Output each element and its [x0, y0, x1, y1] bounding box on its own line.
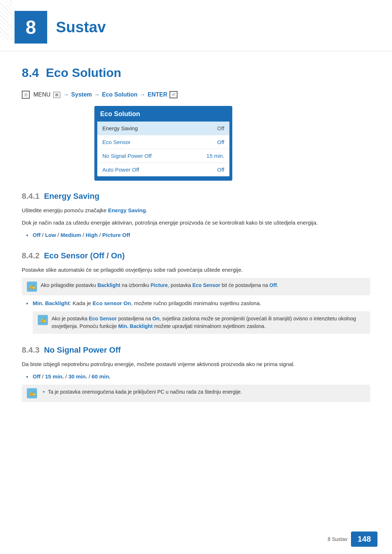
eco-panel-items: Energy Saving Off Eco Sensor Off No Sign… — [97, 122, 229, 176]
note-box-842-1: ✍ Ako prilagodite postavku Backlight na … — [22, 278, 370, 295]
note-inner-843: Ta je postavka onemogućena kada je prikl… — [48, 388, 242, 396]
arrow1: → — [63, 91, 69, 98]
item-name-no-signal: No Signal Power Off — [102, 153, 152, 159]
chapter-title: Sustav — [56, 19, 106, 36]
eco-item-eco-sensor[interactable]: Eco Sensor Off — [97, 135, 229, 149]
note-content-843: Ta je postavka onemogućena kada je prikl… — [41, 388, 242, 396]
system-label: System — [71, 91, 92, 98]
note-text-842-1: Ako prilagodite postavku Backlight na iz… — [41, 282, 278, 289]
enter-label: ENTER — [148, 91, 167, 98]
content-area: 8.4 Eco Solution ☷ MENU ⊞ → System → Eco… — [0, 66, 392, 402]
note-item-843: Ta je postavka onemogućena kada je prikl… — [48, 388, 242, 396]
footer-page-number: 148 — [351, 532, 377, 547]
eco-item-energy-saving[interactable]: Energy Saving Off — [97, 122, 229, 135]
bullet-list-841: Off / Low / Medium / High / Picture Off — [33, 231, 370, 239]
menu-label: MENU — [33, 91, 50, 98]
section-title: 8.4 Eco Solution — [22, 66, 370, 80]
eco-label: Eco Solution — [102, 91, 138, 98]
item-value-auto-power: Off — [217, 167, 224, 173]
subsection-842: 8.4.2 Eco Sensor (Off / On) Postavke sli… — [22, 251, 370, 334]
subsection-843-title: 8.4.3 No Signal Power Off — [22, 345, 370, 355]
eco-panel: Eco Solution Energy Saving Off Eco Senso… — [94, 106, 232, 181]
bullet-843-options: Off / 15 min. / 30 min. / 60 min. — [33, 372, 370, 381]
footer: 8 Sustav 148 — [328, 532, 377, 547]
menu-path: ☷ MENU ⊞ → System → Eco Solution → ENTER… — [22, 91, 370, 99]
subsection-842-title: 8.4.2 Eco Sensor (Off / On) — [22, 251, 370, 260]
decorative-diagonal — [0, 0, 13, 40]
body-841-1: Uštedite energiju pomoću značajke Energy… — [22, 206, 370, 215]
note-box-wrapper-842: ✍ Ako je postavka Eco Sensor postavljena… — [33, 311, 370, 334]
item-name-auto-power: Auto Power Off — [102, 167, 139, 173]
note-icon-2: ✍ — [38, 315, 48, 325]
bullet-842-min-backlight: Min. Backlight: Kada je Eco sensor On, m… — [33, 299, 370, 308]
item-name-energy-saving: Energy Saving — [102, 125, 138, 131]
grid-icon: ⊞ — [53, 92, 60, 98]
bullet-list-842: Min. Backlight: Kada je Eco sensor On, m… — [33, 299, 370, 308]
item-value-no-signal: 15 min. — [207, 153, 224, 159]
bullet-list-843: Off / 15 min. / 30 min. / 60 min. — [33, 372, 370, 381]
note-icon-3: ✍ — [27, 388, 37, 398]
item-value-energy-saving: Off — [217, 125, 224, 131]
body-842-1: Postavke slike automatski će se prilagod… — [22, 266, 370, 274]
arrow2: → — [94, 91, 100, 98]
body-841-2: Dok je način rada za uštedu energije akt… — [22, 218, 370, 227]
body-843-1: Da biste izbjegli nepotrebnu potrošnju e… — [22, 360, 370, 369]
chapter-header: 8 Sustav — [0, 0, 392, 51]
note-box-843: ✍ Ta je postavka onemogućena kada je pri… — [22, 385, 370, 402]
eco-item-auto-power[interactable]: Auto Power Off Off — [97, 163, 229, 176]
chapter-number: 8 — [15, 11, 47, 44]
footer-chapter-label: 8 Sustav — [328, 536, 347, 542]
arrow3: → — [140, 91, 146, 98]
enter-icon: ⏎ — [170, 91, 177, 98]
bullet-841-options: Off / Low / Medium / High / Picture Off — [33, 231, 370, 239]
eco-panel-title: Eco Solution — [94, 106, 232, 122]
menu-icon: ☷ — [22, 91, 30, 99]
note-icon-1: ✍ — [27, 282, 37, 292]
subsection-841: 8.4.1 Energy Saving Uštedite energiju po… — [22, 192, 370, 239]
note-box-842-2: ✍ Ako je postavka Eco Sensor postavljena… — [33, 311, 370, 334]
item-value-eco-sensor: Off — [217, 139, 224, 145]
eco-item-no-signal[interactable]: No Signal Power Off 15 min. — [97, 149, 229, 163]
subsection-843: 8.4.3 No Signal Power Off Da biste izbje… — [22, 345, 370, 402]
item-name-eco-sensor: Eco Sensor — [102, 139, 131, 145]
subsection-841-title: 8.4.1 Energy Saving — [22, 192, 370, 201]
note-text-842-2: Ako je postavka Eco Sensor postavljena n… — [52, 315, 365, 330]
